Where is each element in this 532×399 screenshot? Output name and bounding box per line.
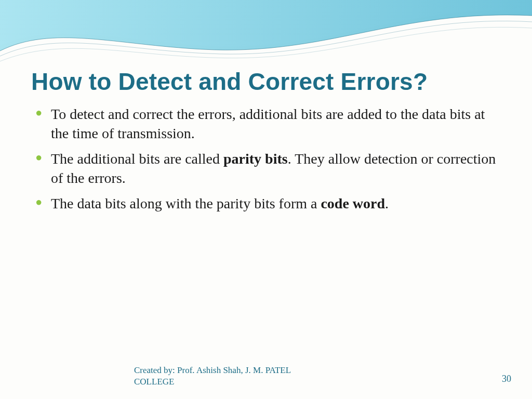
- page-number: 30: [502, 374, 511, 384]
- bullet-item: To detect and correct the errors, additi…: [51, 105, 501, 143]
- slide-footer: Created by: Prof. Ashish Shah, J. M. PAT…: [0, 361, 532, 388]
- bullet-text-pre: The data bits along with the parity bits…: [51, 195, 321, 211]
- bullet-text-bold: parity bits: [223, 151, 288, 167]
- bullet-text-bold: code word: [321, 195, 385, 211]
- bullet-text-pre: To detect and correct the errors, additi…: [51, 106, 485, 141]
- bullet-text-post: .: [385, 195, 389, 211]
- slide-title: How to Detect and Correct Errors?: [31, 68, 501, 96]
- bullet-item: The additional bits are called parity bi…: [51, 150, 501, 188]
- bullet-list: To detect and correct the errors, additi…: [31, 105, 501, 214]
- slide-content: How to Detect and Correct Errors? To det…: [0, 0, 532, 399]
- bullet-item: The data bits along with the parity bits…: [51, 194, 501, 214]
- footer-credit: Created by: Prof. Ashish Shah, J. M. PAT…: [134, 365, 311, 388]
- bullet-text-pre: The additional bits are called: [51, 151, 223, 167]
